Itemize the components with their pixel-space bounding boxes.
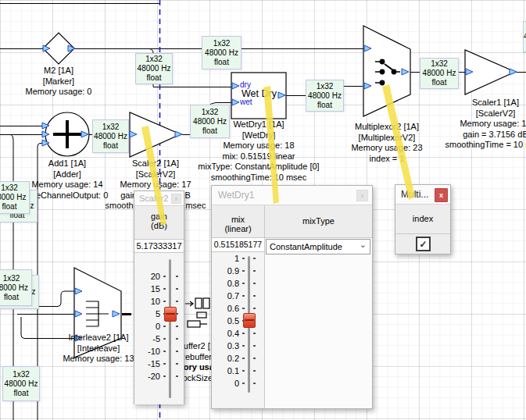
signal-label-box: 1x3248000 Hzfloat: [190, 105, 230, 138]
tick-row: 0: [213, 377, 264, 390]
mixtype-dropdown[interactable]: ConstantAmplitude ⌄: [266, 239, 370, 254]
signal-label-box: 1x3248000 Hzfloat: [0, 181, 30, 214]
tick-row: 15: [137, 283, 184, 295]
tick-row: 0.9: [213, 265, 264, 277]
window-title: WetDry1: [218, 190, 254, 201]
scaler1-caption: Scaler1 [1A][ScalerV2] Memory usage: 17g…: [433, 98, 526, 151]
tick-mark: [176, 363, 178, 365]
tick-mark: [253, 383, 256, 384]
patch-editor-canvas[interactable]: 1x3248000 Hzfloat 1x3248000 Hzfloat 1x32…: [0, 0, 526, 420]
signal-label-box: 1x3248000 Hzfloat: [0, 269, 32, 306]
tick-row: 20: [137, 270, 184, 283]
tick-mark: [253, 295, 256, 297]
tick-mark: [253, 270, 256, 272]
close-icon[interactable]: x: [435, 188, 448, 202]
signal-label-box: 1x3248000 Hzfloat: [420, 58, 459, 89]
tick-label: 10: [137, 297, 160, 306]
scaler2-param-window[interactable]: Scaler2 x gain(dB) 5.17333317 20: [134, 190, 184, 404]
wetdry1-window-titlebar[interactable]: WetDry1 x: [212, 186, 372, 205]
tick-label: -20: [137, 372, 160, 381]
tick-label: 1: [213, 254, 239, 263]
tick-mark: [242, 258, 245, 259]
wetdry-block-title: Wet Dry: [242, 88, 277, 99]
tick-mark: [242, 345, 245, 347]
tick-mark: [163, 376, 166, 377]
tick-row: 0.7: [213, 290, 264, 302]
tick-mark: [163, 276, 166, 277]
signal-label-box: 1x3248000 Hzfloat: [523, 21, 526, 52]
tick-label: -15: [137, 359, 160, 368]
tick-label: 5: [137, 309, 160, 319]
scaler2-block-shape[interactable]: [130, 112, 181, 157]
tick-row: 0.8: [213, 277, 264, 290]
wetdry1-param-window[interactable]: WetDry1 x mix(linear) 0.515185177 1: [211, 185, 373, 409]
window-title: Scaler2: [139, 194, 168, 203]
tick-mark: [176, 301, 178, 302]
tick-row: 0.4: [213, 327, 264, 340]
tick-mark: [176, 338, 178, 340]
port-scaler1-out: [510, 69, 517, 75]
multiplexor-window-titlebar[interactable]: Multi... x: [395, 185, 450, 205]
tick-row: 0.1: [213, 365, 264, 377]
checkmark-icon: ✓: [419, 240, 427, 249]
tick-mark: [163, 301, 166, 302]
signal-label-box: 1x3248000 Hzfloat: [306, 80, 344, 112]
chevron-down-icon: ⌄: [360, 239, 367, 251]
tick-label: 0.6: [213, 304, 239, 313]
mixtype-param-header: mixType: [265, 205, 372, 237]
tick-mark: [176, 288, 178, 290]
tick-label: 0.9: [213, 266, 239, 276]
tick-mark: [242, 358, 245, 359]
multiplexor-param-window[interactable]: Multi... x index ✓: [395, 184, 451, 254]
tick-mark: [163, 288, 166, 290]
tick-row: -15: [137, 358, 184, 370]
tick-label: 0.5: [213, 316, 239, 326]
mix-param-header: mix(linear): [212, 205, 264, 237]
tick-mark: [163, 326, 166, 327]
gain-tick-list: 20 15 10: [137, 270, 184, 383]
window-title: Multi...: [401, 189, 428, 200]
close-icon[interactable]: x: [171, 194, 181, 204]
tick-mark: [253, 308, 256, 309]
tick-label: 15: [137, 284, 160, 294]
gain-param-header: gain(dB): [134, 206, 184, 239]
gain-slider-handle[interactable]: [164, 307, 177, 322]
index-checkbox[interactable]: ✓: [416, 237, 431, 251]
tick-row: 1: [213, 252, 264, 265]
tick-label: 20: [137, 272, 160, 281]
mix-value-field[interactable]: 0.515185177: [212, 237, 264, 252]
tick-label: 0: [213, 379, 239, 388]
close-icon[interactable]: x: [356, 190, 368, 201]
tick-mark: [253, 370, 256, 372]
mix-slider-handle[interactable]: [243, 313, 256, 328]
gain-value-field[interactable]: 5.17333317: [134, 239, 184, 253]
tick-mark: [176, 351, 178, 352]
signal-label-box: 1x3248000 Hzfloat: [92, 119, 129, 153]
tick-mark: [253, 258, 256, 259]
tick-label: 0.7: [213, 291, 239, 301]
tick-mark: [242, 295, 245, 297]
scaler2-window-titlebar[interactable]: Scaler2 x: [134, 191, 184, 206]
mix-tick-list: 1 0.9: [213, 252, 264, 390]
signal-label-box: 1x3248000 Hzfloat: [2, 366, 40, 401]
tick-row: 0.5: [213, 315, 264, 327]
tick-mark: [242, 333, 245, 334]
tick-mark: [253, 345, 256, 347]
tick-label: -10: [137, 347, 160, 356]
tick-row: 5: [137, 308, 184, 320]
tick-label: 0.3: [213, 341, 239, 351]
signal-label-box: 1x3248000 Hzfloat: [202, 36, 242, 69]
tick-row: 10: [137, 295, 184, 308]
tick-mark: [176, 376, 178, 377]
tick-label: 0.8: [213, 279, 239, 288]
tick-mark: [242, 283, 245, 284]
port-scaler2-out: [175, 131, 182, 137]
mix-slider[interactable]: 1 0.9: [212, 252, 264, 408]
tick-row: -5: [137, 333, 184, 345]
gain-slider[interactable]: 20 15 10: [134, 253, 184, 404]
tick-row: 0.2: [213, 352, 264, 365]
tick-row: 0.3: [213, 340, 264, 352]
tick-mark: [253, 283, 256, 284]
tick-label: -5: [137, 334, 160, 343]
tick-mark: [163, 363, 166, 365]
